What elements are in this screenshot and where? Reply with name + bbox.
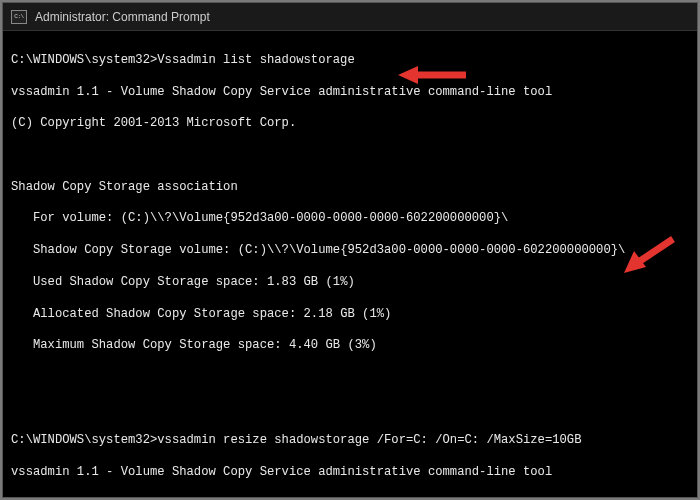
output-line: vssadmin 1.1 - Volume Shadow Copy Servic… bbox=[11, 85, 689, 101]
output-line: vssadmin 1.1 - Volume Shadow Copy Servic… bbox=[11, 465, 689, 481]
svg-marker-1 bbox=[398, 66, 418, 84]
command-text: vssadmin resize shadowstorage /For=C: /O… bbox=[157, 433, 581, 447]
prompt-path: C:\WINDOWS\system32> bbox=[11, 433, 157, 447]
window-title: Administrator: Command Prompt bbox=[35, 10, 210, 24]
annotation-arrow-icon bbox=[398, 31, 468, 118]
output-line: Allocated Shadow Copy Storage space: 2.1… bbox=[11, 307, 689, 323]
prompt-path: C:\WINDOWS\system32> bbox=[11, 53, 157, 67]
output-line: Maximum Shadow Copy Storage space: 4.40 … bbox=[11, 338, 689, 354]
output-line: Shadow Copy Storage volume: (C:)\\?\Volu… bbox=[11, 243, 689, 259]
command-prompt-window: C:\ Administrator: Command Prompt C:\WIN… bbox=[2, 2, 698, 498]
output-line: Shadow Copy Storage association bbox=[11, 180, 689, 196]
command-text: Vssadmin list shadowstorage bbox=[157, 53, 354, 67]
cmd-icon: C:\ bbox=[11, 10, 27, 24]
terminal-output[interactable]: C:\WINDOWS\system32>Vssadmin list shadow… bbox=[3, 31, 697, 497]
output-line: (C) Copyright 2001-2013 Microsoft Corp. bbox=[11, 116, 689, 132]
output-line: Used Shadow Copy Storage space: 1.83 GB … bbox=[11, 275, 689, 291]
titlebar[interactable]: C:\ Administrator: Command Prompt bbox=[3, 3, 697, 31]
output-line: For volume: (C:)\\?\Volume{952d3a00-0000… bbox=[11, 211, 689, 227]
